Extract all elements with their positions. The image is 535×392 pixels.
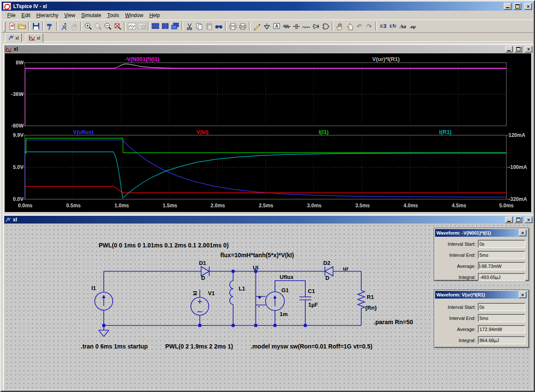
directive-tran[interactable]: .tran 0 6ms 1ms startup: [81, 343, 148, 350]
schematic-maximize-button[interactable]: [515, 217, 522, 223]
menu-window[interactable]: Window: [122, 12, 146, 19]
rotate-icon[interactable]: E↻: [388, 22, 398, 31]
label-net-ur[interactable]: ur: [343, 265, 348, 272]
label-d2-model[interactable]: D: [325, 275, 329, 281]
integral-field[interactable]: 864.68µJ: [478, 336, 525, 344]
new-schematic-icon[interactable]: [7, 22, 17, 31]
ground-icon[interactable]: [262, 22, 272, 31]
voltage-source-v1[interactable]: [191, 297, 209, 315]
label-l1[interactable]: L1: [239, 285, 245, 292]
waveform-window-titlebar[interactable]: xl ×: [4, 45, 533, 53]
redo-icon[interactable]: ↷: [364, 22, 374, 31]
interval-end-field[interactable]: 5ms: [478, 251, 525, 259]
tile-horizontal-icon[interactable]: [151, 22, 161, 31]
label-g1-value[interactable]: 1m: [280, 311, 288, 317]
waveform-minimize-button[interactable]: [505, 46, 513, 52]
menu-hierarchy[interactable]: Hierarchy: [33, 12, 61, 19]
trace-label-ir1[interactable]: I(R1): [439, 129, 452, 135]
resistor-r1-symbol[interactable]: [358, 290, 365, 310]
menu-view[interactable]: View: [61, 12, 78, 19]
diode-icon[interactable]: [311, 22, 321, 31]
drag-icon[interactable]: [345, 22, 354, 31]
directive-param[interactable]: .param Rn=50: [374, 319, 413, 325]
label-net-ui[interactable]: UI: [253, 264, 258, 271]
toolbar-handle[interactable]: [3, 21, 6, 32]
waveform-close-button[interactable]: ×: [525, 46, 532, 52]
label-c1[interactable]: C1: [308, 288, 315, 294]
copy-icon[interactable]: [194, 22, 204, 31]
dialog2-close-button[interactable]: ×: [519, 291, 526, 298]
autorange-plot-icon[interactable]: [127, 22, 137, 31]
directive-v1-pwl[interactable]: PWL(0 2 1.9ms 2 2ms 1): [165, 343, 233, 350]
label-d1[interactable]: D1: [199, 260, 206, 266]
spice-directive-icon[interactable]: .op: [408, 22, 418, 31]
mirror-icon[interactable]: E∃: [378, 22, 388, 31]
label-v1[interactable]: V1: [208, 290, 215, 296]
zoom-extents-icon[interactable]: [93, 22, 103, 31]
menu-file[interactable]: File: [4, 12, 18, 19]
label-net-ki[interactable]: kI: [192, 291, 198, 296]
save-icon[interactable]: [31, 22, 41, 31]
cut-icon[interactable]: [184, 22, 194, 31]
controlled-source-g1[interactable]: [266, 292, 284, 311]
tab-waveform-xl[interactable]: xl: [26, 33, 43, 42]
undo-icon[interactable]: ↶: [354, 22, 364, 31]
resistor-icon[interactable]: [281, 22, 291, 31]
capacitor-icon[interactable]: [291, 22, 301, 31]
tab-schematic-xl[interactable]: xl: [5, 33, 22, 42]
directive-i1-pwl[interactable]: PWL(0 0 1ms 0 1.01ms 0.1 2ms 0.1 2.001ms…: [99, 242, 228, 249]
trace-label-ii1[interactable]: I(I1): [319, 129, 328, 135]
directive-model[interactable]: .model mysw sw(Ron=0.01 Roff=1G vt=0.5): [251, 343, 372, 350]
open-icon[interactable]: [17, 22, 27, 31]
maximize-button[interactable]: [514, 3, 521, 10]
integral-field[interactable]: -493.65µJ: [478, 273, 525, 281]
menu-simulate[interactable]: Simulate: [78, 12, 104, 19]
schematic-window-titlebar[interactable]: xl ×: [4, 216, 533, 224]
waveform-maximize-button[interactable]: [515, 46, 522, 52]
zoom-out-icon[interactable]: [103, 22, 113, 31]
draw-wire-icon[interactable]: [252, 22, 262, 31]
net-label-icon[interactable]: A: [272, 22, 281, 31]
halt-icon[interactable]: [69, 22, 79, 31]
average-field[interactable]: 172.94mW: [478, 325, 525, 333]
trace-label-vn001-ii1[interactable]: -V(N001)*I(I1): [125, 56, 160, 62]
cascade-icon[interactable]: [170, 22, 180, 31]
plot-settings-icon[interactable]: [137, 22, 146, 31]
dialog1-titlebar[interactable]: Waveform: -V(N001)*I(I1) ×: [435, 229, 528, 237]
tile-vertical-icon[interactable]: [161, 22, 170, 31]
menu-help[interactable]: Help: [146, 12, 163, 19]
schematic-minimize-button[interactable]: [505, 217, 513, 223]
find-icon[interactable]: [214, 22, 224, 31]
label-d1-model[interactable]: D: [201, 275, 205, 281]
print-preview-icon[interactable]: [228, 22, 238, 31]
paste-icon[interactable]: [204, 22, 214, 31]
zoom-in-icon[interactable]: [83, 22, 93, 31]
interval-start-field[interactable]: 0s: [478, 303, 525, 311]
label-r1[interactable]: R1: [367, 294, 374, 300]
close-button[interactable]: ×: [524, 3, 532, 10]
label-c1-value[interactable]: 1µF: [308, 302, 318, 308]
main-titlebar[interactable]: LTspice IV - xl ×: [2, 2, 533, 11]
menu-tools[interactable]: Tools: [104, 12, 122, 19]
move-icon[interactable]: [335, 22, 345, 31]
label-d2[interactable]: D2: [323, 260, 330, 266]
schematic-close-button[interactable]: ×: [525, 217, 532, 223]
label-g1[interactable]: G1: [281, 287, 289, 293]
print-icon[interactable]: [238, 22, 248, 31]
average-field[interactable]: -98.73mW: [478, 262, 525, 270]
inductor-icon[interactable]: [301, 22, 311, 31]
text-tool-icon[interactable]: Aa: [398, 22, 408, 31]
directive-flux[interactable]: flux=10mH*tanh(5*x)*V(kI): [220, 252, 294, 258]
control-panel-icon[interactable]: [45, 22, 55, 31]
menu-edit[interactable]: Edit: [18, 12, 33, 19]
label-r1-value[interactable]: {Rn}: [365, 305, 377, 311]
dialog2-titlebar[interactable]: Waveform: V(ur)*I(R1) ×: [435, 291, 528, 299]
label-net-uflux[interactable]: Uflux: [280, 274, 294, 280]
zoom-back-icon[interactable]: [113, 22, 123, 31]
minimize-button[interactable]: [504, 3, 512, 10]
trace-label-vur-ir1[interactable]: V(ur)*I(R1): [372, 56, 400, 62]
run-icon[interactable]: [59, 22, 69, 31]
trace-label-vuflux[interactable]: V(uflux): [73, 129, 94, 135]
trace-label-vki[interactable]: V(kI): [196, 129, 208, 135]
component-icon[interactable]: [321, 22, 330, 31]
